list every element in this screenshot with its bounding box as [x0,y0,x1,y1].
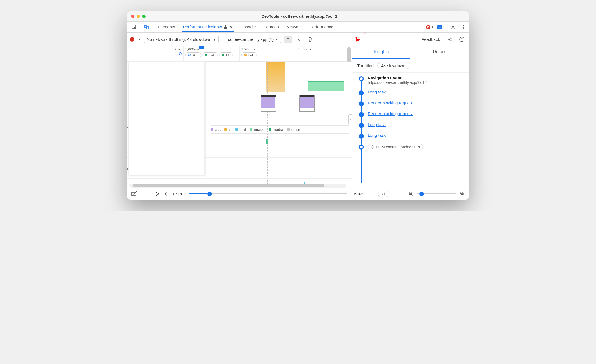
tab-insights[interactable]: Insights [352,46,410,59]
devtools-tabs-row: Elements Performance insights ✕ Console … [127,22,469,33]
zoom-in-icon[interactable] [460,191,465,196]
screenshot-thumb-2[interactable] [299,95,315,112]
ruler-tick-2: 3,200ms [241,47,294,51]
errors-badge[interactable]: ✕1 [426,25,434,29]
delete-button[interactable] [306,36,314,43]
panel-settings-icon[interactable] [446,36,454,43]
vertical-scrollbar[interactable] [347,47,351,62]
svg-point-3 [452,26,454,28]
annotation-arrow [352,29,369,43]
tab-sources[interactable]: Sources [262,22,280,32]
insights-tabs: Insights Details [352,46,469,59]
insight-navigation-event[interactable]: Navigation Event https://coffee-cart.net… [359,75,464,85]
horizontal-scrollbar[interactable] [129,184,346,188]
ruler-tick-3: 4,800ms [298,47,350,51]
beaker-icon [224,25,227,29]
playback-speed-chip[interactable]: x1 [378,191,389,197]
svg-line-14 [411,194,413,196]
timeline-area[interactable]: css js font image media other ▶ ▶ › [127,62,352,188]
help-icon[interactable]: ? [458,36,466,43]
insight-long-task-1[interactable]: Long task [359,90,464,95]
device-toggle-icon[interactable] [142,24,151,31]
tab-performance[interactable]: Performance [309,22,335,32]
panel-tabs: Elements Performance insights ✕ Console … [157,22,334,32]
screenshot-thumb-1[interactable] [261,95,276,112]
current-time: 0.72s [172,191,182,196]
lcp-marker[interactable]: LCP [241,52,257,57]
play-button[interactable] [156,192,159,196]
total-time: 5.93s [354,191,364,196]
more-menu-icon[interactable] [461,24,466,31]
window-title: DevTools - coffee-cart.netlify.app/?ad=1 [134,14,465,19]
panel-body: 0ms 1,600ms DCL FCP TTI 3,200ms [127,46,469,188]
playhead-scrubber[interactable] [201,46,201,61]
devtools-window: DevTools - coffee-cart.netlify.app/?ad=1… [127,11,469,200]
tab-performance-insights[interactable]: Performance insights ✕ [182,22,234,32]
svg-point-4 [463,25,464,26]
record-button[interactable] [130,37,134,42]
messages-badge[interactable]: ☰1 [437,25,445,29]
throttling-select[interactable]: No network throttling, 4× slowdown▼ [144,36,219,43]
jump-start-button[interactable] [163,192,168,196]
svg-point-6 [463,28,464,29]
ruler-tick-0: 0ms [129,47,182,51]
zoom-out-icon[interactable] [408,191,413,196]
fcp-marker[interactable]: FCP [202,52,218,57]
close-tab-icon[interactable]: ✕ [229,25,232,29]
ruler-tick-1: 1,600ms [185,47,238,51]
insight-render-blocking-2[interactable]: Render blocking request [359,111,464,117]
tab-network[interactable]: Network [286,22,303,32]
svg-line-18 [463,194,464,196]
zoom-slider[interactable] [417,193,456,194]
throttled-info: Throttled: 4× slowdown [352,59,469,73]
tab-details[interactable]: Details [410,46,469,59]
insight-dom-content-loaded[interactable]: DOM content loaded 0.7s [359,144,464,150]
filmstrip-popover [128,61,205,175]
export-button[interactable] [284,36,292,43]
timeline-panel: 0ms 1,600ms DCL FCP TTI 3,200ms [127,46,352,188]
image-request-tick[interactable] [266,139,268,144]
nav-marker-icon [179,52,182,55]
tab-performance-insights-label: Performance insights [183,24,222,29]
svg-point-7 [449,39,451,40]
bullet-open-icon [359,76,364,81]
image-block[interactable] [308,81,344,91]
record-options-dropdown[interactable]: ▼ [138,38,141,41]
inspect-element-icon[interactable] [130,24,138,31]
request-legend: css js font image media other [211,125,349,134]
recording-select[interactable]: coffee-cart.netlify.app (1)▼ [226,36,281,43]
insight-render-blocking-1[interactable]: Render blocking request [359,100,464,106]
tab-console[interactable]: Console [239,22,257,32]
svg-point-5 [463,27,464,28]
more-tabs-button[interactable]: » [338,25,340,29]
tab-elements[interactable]: Elements [157,22,176,32]
dcl-marker[interactable]: DCL [185,52,201,57]
titlebar: DevTools - coffee-cart.netlify.app/?ad=1 [127,11,469,22]
insight-long-task-3[interactable]: Long task [359,133,464,139]
settings-icon[interactable] [449,24,457,31]
time-ruler[interactable]: 0ms 1,600ms DCL FCP TTI 3,200ms [127,46,352,62]
insight-long-task-2[interactable]: Long task [359,122,464,128]
insights-sidebar: Insights Details Throttled: 4× slowdown … [352,46,469,188]
time-slider[interactable] [189,193,348,194]
lcp-block[interactable] [266,62,285,92]
playback-footer: 0.72s 5.93s x1 [127,188,469,200]
svg-text:?: ? [461,38,463,41]
insights-toolbar: ▼ No network throttling, 4× slowdown▼ co… [127,33,469,46]
tti-marker[interactable]: TTI [219,52,233,57]
sidebar-expand-handle[interactable]: › [348,114,352,124]
insights-list[interactable]: Navigation Event https://coffee-cart.net… [352,73,469,188]
import-button[interactable] [295,36,303,43]
svg-rect-2 [147,26,148,29]
throttled-chip[interactable]: 4× slowdown [377,62,409,69]
feedback-link[interactable]: Feedback [422,37,440,42]
disable-screenshots-icon[interactable] [131,191,137,196]
